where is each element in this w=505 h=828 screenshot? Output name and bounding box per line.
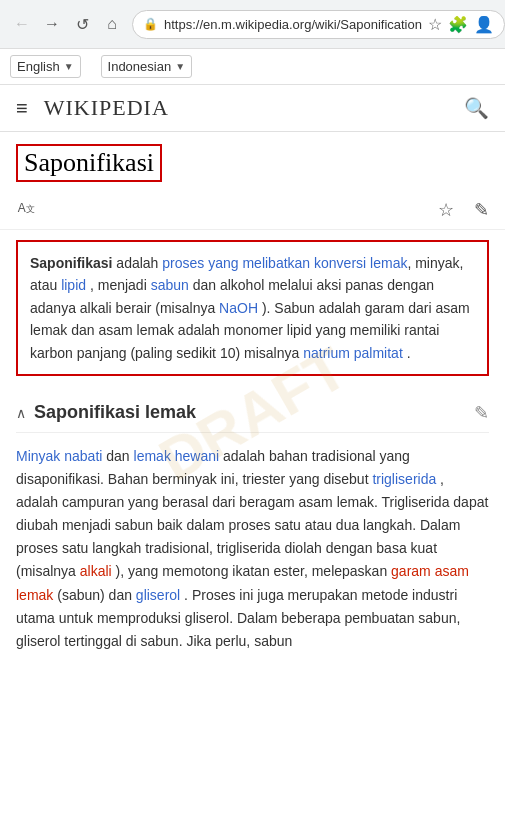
lock-icon: 🔒 xyxy=(143,17,158,31)
lang-bar: English ▼ Indonesian ▼ xyxy=(0,49,505,85)
lang-select-2[interactable]: Indonesian ▼ xyxy=(101,55,193,78)
chevron-down-icon-1: ▼ xyxy=(64,61,74,72)
hamburger-menu-button[interactable]: ≡ xyxy=(16,97,28,120)
section1-heading-row: ∧ Saponifikasi lemak ✎ xyxy=(16,392,489,433)
action-bar: A 文 ☆ ✎ xyxy=(0,190,505,230)
section1-heading-left: ∧ Saponifikasi lemak xyxy=(16,402,196,423)
home-button[interactable]: ⌂ xyxy=(98,10,126,38)
reload-button[interactable]: ↺ xyxy=(68,10,96,38)
edit-icon[interactable]: ✎ xyxy=(474,199,489,221)
section1-edit-icon[interactable]: ✎ xyxy=(474,402,489,424)
url-text: https://en.m.wikipedia.org/wiki/Saponifi… xyxy=(164,17,422,32)
profile-icon[interactable]: 👤 xyxy=(474,15,494,34)
translate-icon[interactable]: A 文 xyxy=(16,196,38,223)
link-minyak-nabati[interactable]: Minyak nabati xyxy=(16,448,102,464)
article-title: Saponifikasi xyxy=(16,144,162,182)
link-gliserol[interactable]: gliserol xyxy=(136,587,180,603)
bookmark-icon[interactable]: ☆ xyxy=(428,15,442,34)
svg-text:A: A xyxy=(18,201,26,215)
intro-link-proses[interactable]: proses yang melibatkan konversi lemak xyxy=(162,255,407,271)
forward-button[interactable]: → xyxy=(38,10,66,38)
browser-toolbar: ← → ↺ ⌂ 🔒 https://en.m.wikipedia.org/wik… xyxy=(0,0,505,49)
section1-title: Saponifikasi lemak xyxy=(34,402,196,423)
wiki-header: ≡ WIKIPEDIA 🔍 xyxy=(0,85,505,132)
wiki-header-left: ≡ WIKIPEDIA xyxy=(16,95,169,121)
lang2-label: Indonesian xyxy=(108,59,172,74)
intro-text: Saponifikasi adalah proses yang melibatk… xyxy=(30,255,470,361)
intro-bold: Saponifikasi xyxy=(30,255,112,271)
article-body: Saponifikasi adalah proses yang melibatk… xyxy=(0,230,505,663)
nav-buttons: ← → ↺ ⌂ xyxy=(8,10,126,38)
link-alkali[interactable]: alkali xyxy=(80,563,112,579)
section1-body: Minyak nabati dan lemak hewani adalah ba… xyxy=(16,445,489,653)
extension-icon[interactable]: 🧩 xyxy=(448,15,468,34)
wiki-search-icon[interactable]: 🔍 xyxy=(464,96,489,120)
link-lemak-hewani[interactable]: lemak hewani xyxy=(134,448,220,464)
star-icon[interactable]: ☆ xyxy=(438,199,454,221)
svg-text:文: 文 xyxy=(26,204,35,214)
intro-link-sabun[interactable]: sabun xyxy=(151,277,189,293)
link-trigliserida[interactable]: trigliserida xyxy=(372,471,436,487)
address-bar[interactable]: 🔒 https://en.m.wikipedia.org/wiki/Saponi… xyxy=(132,10,505,39)
section1-paragraph: Minyak nabati dan lemak hewani adalah ba… xyxy=(16,445,489,653)
chevron-down-icon-2: ▼ xyxy=(175,61,185,72)
intro-box: Saponifikasi adalah proses yang melibatk… xyxy=(16,240,489,376)
lang-select-1[interactable]: English ▼ xyxy=(10,55,81,78)
lang1-label: English xyxy=(17,59,60,74)
wiki-logo: WIKIPEDIA xyxy=(44,95,169,121)
article-title-section: Saponifikasi xyxy=(0,132,505,190)
action-bar-right: ☆ ✎ xyxy=(438,199,489,221)
intro-link-natrium[interactable]: natrium palmitat xyxy=(303,345,403,361)
section-collapse-icon[interactable]: ∧ xyxy=(16,405,26,421)
intro-link-lipid[interactable]: lipid xyxy=(61,277,86,293)
intro-link-naoh[interactable]: NaOH xyxy=(219,300,258,316)
back-button[interactable]: ← xyxy=(8,10,36,38)
